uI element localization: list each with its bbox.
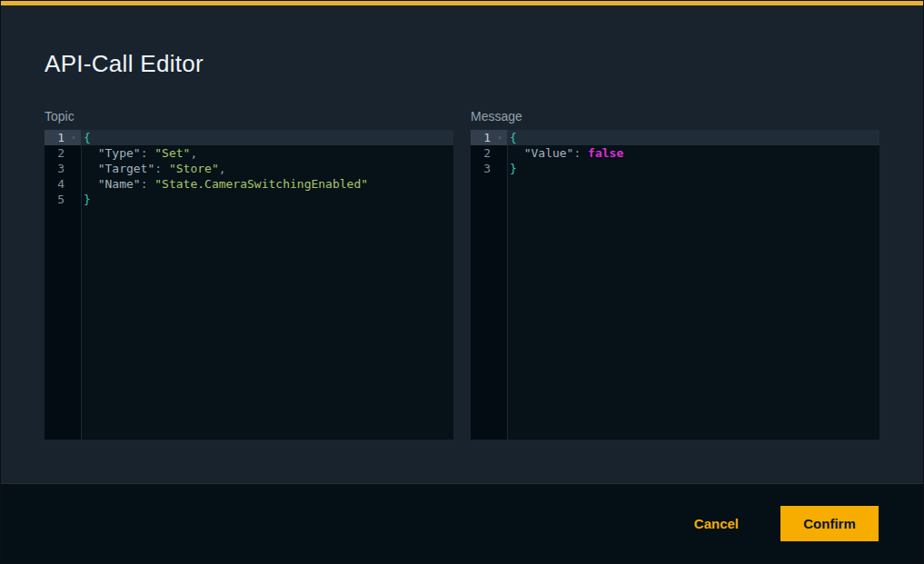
- code-text: "Type": "Set",: [81, 145, 453, 161]
- page-title: API-Call Editor: [45, 50, 879, 77]
- code-line[interactable]: 1▾{: [45, 130, 453, 145]
- code-line[interactable]: 2 "Value": false: [471, 145, 879, 161]
- line-number: 3: [471, 161, 506, 176]
- code-text: {: [507, 130, 879, 145]
- line-number: 2: [471, 145, 506, 161]
- line-number: 4: [45, 176, 80, 192]
- code-text: {: [81, 130, 453, 145]
- code-text: "Name": "State.CameraSwitchingEnabled": [81, 176, 453, 192]
- code-text: }: [81, 192, 453, 207]
- dialog-footer: Cancel Confirm: [1, 483, 923, 563]
- code-line[interactable]: 2 "Type": "Set",: [45, 145, 453, 161]
- line-number-gutter: 3: [471, 161, 507, 176]
- code-text: "Value": false: [507, 145, 879, 161]
- code-line[interactable]: 5}: [45, 192, 453, 207]
- code-line[interactable]: 3}: [471, 161, 879, 176]
- fold-arrow-icon[interactable]: ▾: [71, 130, 76, 145]
- code-line[interactable]: 3 "Target": "Store",: [45, 161, 453, 176]
- line-number-gutter: 1▾: [471, 130, 507, 145]
- fold-arrow-icon[interactable]: ▾: [497, 130, 502, 145]
- code-text: }: [507, 161, 879, 176]
- line-number-gutter: 3: [45, 161, 81, 176]
- topic-label: Topic: [45, 110, 453, 124]
- message-label: Message: [471, 110, 879, 124]
- code-line[interactable]: 4 "Name": "State.CameraSwitchingEnabled": [45, 176, 453, 192]
- line-number-gutter: 1▾: [45, 130, 81, 145]
- line-number-gutter: 2: [45, 145, 81, 161]
- message-code-editor[interactable]: 1▾{2 "Value": false3}: [471, 130, 879, 440]
- message-editor-section: Message 1▾{2 "Value": false3}: [471, 110, 879, 440]
- line-number-gutter: 4: [45, 176, 81, 192]
- line-number: 3: [45, 161, 80, 176]
- api-call-editor-dialog: API-Call Editor Topic 1▾{2 "Type": "Set"…: [0, 0, 924, 564]
- cancel-button[interactable]: Cancel: [683, 507, 750, 540]
- topic-code-editor[interactable]: 1▾{2 "Type": "Set",3 "Target": "Store",4…: [45, 130, 453, 440]
- line-number: 2: [45, 145, 80, 161]
- line-number: 5: [45, 192, 80, 207]
- line-number-gutter: 5: [45, 192, 81, 207]
- code-line[interactable]: 1▾{: [471, 130, 879, 145]
- line-number-gutter: 2: [471, 145, 507, 161]
- dialog-body: API-Call Editor Topic 1▾{2 "Type": "Set"…: [1, 5, 923, 483]
- confirm-button[interactable]: Confirm: [780, 506, 879, 541]
- topic-editor-section: Topic 1▾{2 "Type": "Set",3 "Target": "St…: [45, 110, 453, 440]
- editors-row: Topic 1▾{2 "Type": "Set",3 "Target": "St…: [45, 110, 879, 440]
- code-text: "Target": "Store",: [81, 161, 453, 176]
